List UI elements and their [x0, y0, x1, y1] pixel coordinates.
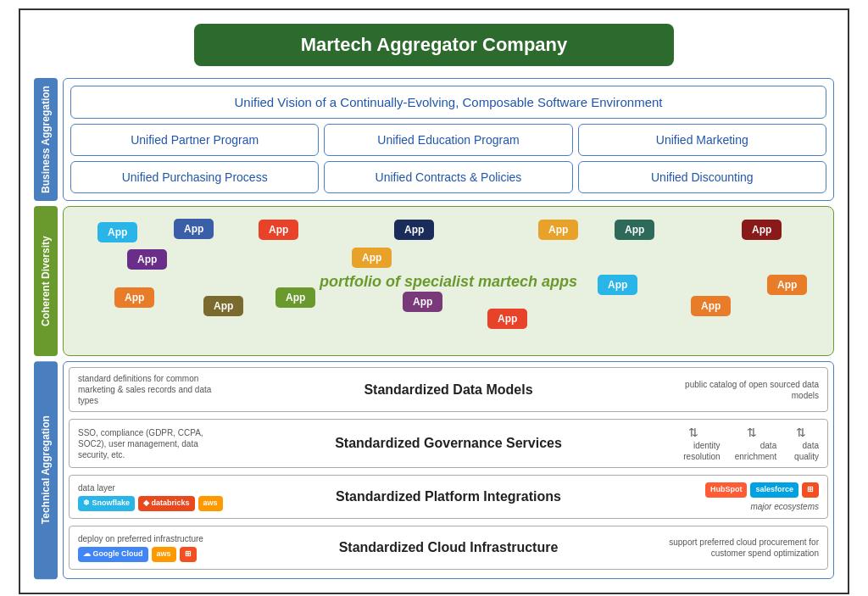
microsoft-logo: ⊞ — [180, 547, 197, 562]
technical-aggregation-section: Technical Aggregation standard definitio… — [34, 361, 834, 579]
app-chip: App — [203, 296, 243, 316]
app-chip: App — [538, 220, 578, 240]
unified-marketing-box: Unified Marketing — [578, 124, 826, 156]
databricks-logo: ◆ databricks — [138, 496, 195, 511]
unified-vision-box: Unified Vision of a Continually-Evolving… — [70, 86, 826, 119]
coherent-diversity-section: Coherent Diversity portfolio of speciali… — [34, 206, 834, 356]
app-chip: App — [259, 220, 298, 240]
app-chip: App — [742, 220, 782, 240]
unified-purchasing-box: Unified Purchasing Process — [70, 161, 319, 193]
app-chip: App — [394, 220, 434, 240]
tech-row: standard definitions for common marketin… — [69, 367, 828, 412]
app-chip: App — [691, 296, 731, 316]
google-cloud-logo: ☁ Google Cloud — [78, 547, 148, 562]
tech-row: deploy on preferred infrastructure☁ Goog… — [69, 526, 828, 570]
app-chip: App — [615, 220, 654, 240]
diagram-wrapper: Martech Aggregator Company Business Aggr… — [19, 8, 849, 594]
unified-contracts-box: Unified Contracts & Policies — [324, 161, 572, 193]
business-aggregation-section: Business Aggregation Unified Vision of a… — [34, 78, 834, 201]
app-chip: App — [174, 219, 214, 239]
microsoft-logo: ⊞ — [802, 482, 819, 498]
snowflake-logo: ❄ Snowflake — [78, 496, 135, 511]
app-chip: App — [403, 292, 442, 312]
hubspot-logo: HubSpot — [705, 482, 748, 498]
tech-center-label: Standardized Data Models — [239, 382, 658, 398]
tech-center-label: Standardized Cloud Infrastructure — [239, 540, 658, 555]
app-chip: App — [352, 248, 392, 268]
app-chip: App — [767, 275, 807, 295]
app-chip: App — [127, 249, 167, 270]
app-chip: App — [598, 275, 637, 295]
main-title: Martech Aggregator Company — [194, 24, 674, 66]
business-aggregation-label: Business Aggregation — [34, 78, 58, 201]
unified-partner-box: Unified Partner Program — [70, 124, 319, 156]
unified-education-box: Unified Education Program — [324, 124, 572, 156]
portfolio-label: portfolio of specialist martech apps — [320, 272, 577, 290]
unified-discounting-box: Unified Discounting — [578, 161, 826, 193]
app-chip: App — [97, 222, 137, 242]
technical-aggregation-label: Technical Aggregation — [34, 361, 58, 579]
app-chip: App — [487, 309, 527, 329]
row2-boxes: Unified Partner Program Unified Educatio… — [70, 124, 826, 156]
tech-row: data layer❄ Snowflake◆ databricksawsStan… — [69, 475, 828, 519]
tech-center-label: Standardized Platform Integrations — [239, 489, 658, 504]
tech-center-label: Standardized Governance Services — [239, 436, 658, 451]
tech-row: SSO, compliance (GDPR, CCPA, SOC2), user… — [69, 419, 828, 468]
aws-logo: aws — [152, 547, 176, 562]
app-chip: App — [114, 287, 154, 308]
coherent-diversity-label: Coherent Diversity — [34, 206, 58, 356]
app-chip: App — [275, 287, 315, 308]
salesforce-logo: salesforce — [750, 482, 798, 498]
row3-boxes: Unified Purchasing Process Unified Contr… — [70, 161, 826, 193]
aws-logo: aws — [198, 496, 223, 511]
